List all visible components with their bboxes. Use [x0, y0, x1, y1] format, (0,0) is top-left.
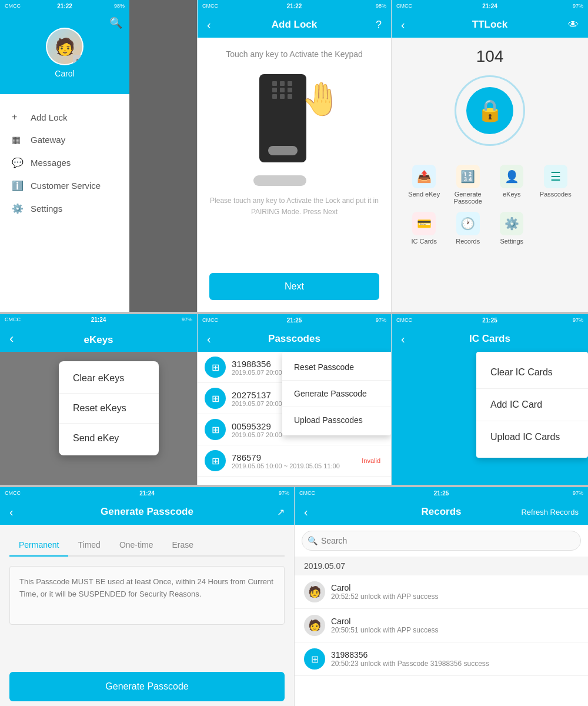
- clear-ekeys-item[interactable]: Clear eKeys: [59, 364, 159, 394]
- clear-ic-cards-item[interactable]: Clear IC Cards: [476, 357, 588, 389]
- next-button[interactable]: Next: [209, 273, 379, 300]
- record-name: 31988356: [331, 650, 579, 660]
- sidebar-item-settings[interactable]: ⚙️ Settings: [0, 197, 129, 220]
- record-item: 🧑 Carol 20:50:51 unlock with APP success: [295, 609, 588, 642]
- sidebar-item-label: Messages: [31, 158, 71, 168]
- sidebar-item-gateway[interactable]: ▦ Gateway: [0, 128, 129, 151]
- lock-circle: 🔒: [455, 75, 525, 146]
- action-generate-passcode[interactable]: 🔢 Generate Passcode: [450, 165, 487, 205]
- record-item: ⊞ 31988356 20:50:23 unlock with Passcode…: [295, 642, 588, 676]
- sb-rec-time: 21:25: [434, 490, 449, 497]
- lock-icon-container: 🔒: [401, 75, 579, 146]
- reset-passcode-item[interactable]: Reset Passcode: [282, 354, 391, 381]
- action-send-ekey[interactable]: 📤 Send eKey: [406, 165, 443, 205]
- records-title: Records: [421, 506, 461, 518]
- sb-rec-carrier: CMCC: [299, 490, 315, 496]
- generate-passcode-label: Generate Passcode: [450, 191, 487, 205]
- generate-passcode-button[interactable]: Generate Passcode: [9, 672, 285, 701]
- passcodes-dropdown: Reset Passcode Generate Passcode Upload …: [282, 352, 391, 435]
- sb-battery: 98%: [114, 3, 125, 9]
- record-time: 20:50:51 unlock with APP success: [331, 626, 579, 634]
- action-records[interactable]: 🕐 Records: [450, 212, 487, 245]
- generate-passcode-item[interactable]: Generate Passcode: [282, 381, 391, 407]
- customer-service-icon: ℹ️: [12, 180, 25, 191]
- ekeys-header-title: eKeys: [83, 334, 113, 346]
- help-button[interactable]: ?: [376, 19, 382, 31]
- pairing-text: Please touch any key to Activate the Loc…: [209, 195, 379, 218]
- sb-time: 21:22: [57, 3, 72, 9]
- send-ekey-item[interactable]: Send eKey: [59, 424, 159, 453]
- action-ekeys[interactable]: 👤 eKeys: [493, 165, 530, 205]
- sb-carrier: CMCC: [5, 3, 21, 9]
- sidebar-item-messages[interactable]: 💬 Messages: [0, 151, 129, 174]
- sb-ic-carrier: CMCC: [396, 317, 412, 323]
- add-lock-icon: +: [12, 112, 25, 122]
- gen-back-button[interactable]: ‹: [9, 505, 14, 519]
- tab-timed[interactable]: Timed: [68, 534, 109, 555]
- passcodes-panel: CMCC 21:25 97% ‹ Passcodes ⊞ 31988356 20…: [197, 314, 391, 485]
- sb-gen-carrier: CMCC: [5, 490, 21, 496]
- action-passcodes[interactable]: ☰ Passcodes: [537, 165, 574, 205]
- ic-cards-label: IC Cards: [412, 238, 437, 245]
- avatar: 🧑 ✏: [46, 28, 83, 65]
- record-time: 20:52:52 unlock with APP success: [331, 592, 579, 601]
- generate-passcode-icon: 🔢: [456, 165, 480, 188]
- ic-title: IC Cards: [469, 333, 510, 345]
- passcode-icon: ⊞: [205, 388, 226, 409]
- reset-ekeys-item[interactable]: Reset eKeys: [59, 394, 159, 424]
- keypad-avatar: ⊞: [304, 648, 325, 670]
- tab-permanent[interactable]: Permanent: [9, 534, 68, 557]
- passcode-icon: ⊞: [205, 357, 226, 378]
- action-settings[interactable]: ⚙️ Settings: [493, 212, 530, 245]
- ttlock-back-button[interactable]: ‹: [401, 18, 405, 32]
- ekeys-panel: CMCC 21:24 97% ‹ eKeys Clear eKeys Reset…: [0, 314, 197, 485]
- refresh-records-button[interactable]: Refresh Records: [521, 508, 579, 517]
- actions-grid: 📤 Send eKey 🔢 Generate Passcode 👤 eKeys …: [401, 160, 579, 249]
- sidebar-menu: + Add Lock ▦ Gateway 💬 Messages ℹ️ Custo…: [0, 94, 129, 232]
- ttlock-panel: CMCC 21:24 97% ‹ TTLock 👁 104 🔒 📤 Send: [391, 0, 588, 312]
- sidebar-gray-overlay: [129, 0, 197, 312]
- passcodes-icon: ☰: [544, 165, 567, 188]
- records-panel: CMCC 21:25 97% ‹ Records Refresh Records…: [294, 487, 588, 706]
- sidebar-item-add-lock[interactable]: + Add Lock: [0, 106, 129, 128]
- search-input[interactable]: [302, 531, 581, 551]
- records-header: ‹ Records Refresh Records: [295, 499, 588, 525]
- passcode-meta: 2019.05.05 10:00 ~ 2019.05.05 11:00: [232, 462, 358, 469]
- ic-back-button[interactable]: ‹: [401, 332, 405, 346]
- ekeys-back-button[interactable]: ‹: [9, 331, 14, 347]
- gateway-icon: ▦: [12, 134, 25, 145]
- sb-ic-battery: 97%: [573, 317, 583, 323]
- tab-one-time[interactable]: One-time: [110, 534, 163, 555]
- passcodes-header: ‹ Passcodes: [198, 326, 391, 352]
- share-icon[interactable]: ↗: [277, 507, 285, 518]
- passcode-icon: ⊞: [205, 450, 226, 471]
- add-ic-card-item[interactable]: Add IC Card: [476, 389, 588, 421]
- keypad-illustration: 🤚: [248, 68, 342, 186]
- send-ekey-icon: 📤: [412, 165, 436, 188]
- search-icon[interactable]: 🔍: [109, 16, 122, 29]
- action-ic-cards[interactable]: 💳 IC Cards: [406, 212, 443, 245]
- sb-ekeys-carrier: CMCC: [5, 317, 21, 322]
- settings-icon: ⚙️: [12, 203, 25, 214]
- record-info: 31988356 20:50:23 unlock with Passcode 3…: [331, 650, 579, 668]
- upload-passcodes-item[interactable]: Upload Passcodes: [282, 407, 391, 433]
- ekeys-dropdown: Clear eKeys Reset eKeys Send eKey: [59, 361, 159, 455]
- passcode-item[interactable]: ⊞ 786579 2019.05.05 10:00 ~ 2019.05.05 1…: [198, 445, 391, 477]
- tab-erase[interactable]: Erase: [162, 534, 203, 555]
- sidebar-item-label: Gateway: [31, 135, 65, 145]
- eye-icon[interactable]: 👁: [568, 19, 579, 31]
- lock-inner: 🔒: [466, 87, 513, 134]
- sidebar-item-label: Settings: [31, 204, 62, 214]
- send-ekey-label: Send eKey: [408, 191, 440, 198]
- avatar-edit-icon[interactable]: ✏: [73, 55, 83, 65]
- invalid-badge: Invalid: [358, 456, 384, 465]
- ic-cards-icon: 💳: [412, 212, 436, 235]
- upload-ic-cards-item[interactable]: Upload IC Cards: [476, 421, 588, 453]
- records-back-button[interactable]: ‹: [304, 505, 308, 519]
- passcodes-back-button[interactable]: ‹: [207, 332, 211, 346]
- sidebar-item-label: Add Lock: [31, 112, 68, 122]
- back-button[interactable]: ‹: [207, 18, 211, 32]
- sidebar-panel: CMCC 21:22 98% 🔍 🧑 ✏ Carol + Add Lock: [0, 0, 197, 312]
- sidebar-item-customer-service[interactable]: ℹ️ Customer Service: [0, 174, 129, 197]
- sb-rec-battery: 97%: [573, 490, 583, 496]
